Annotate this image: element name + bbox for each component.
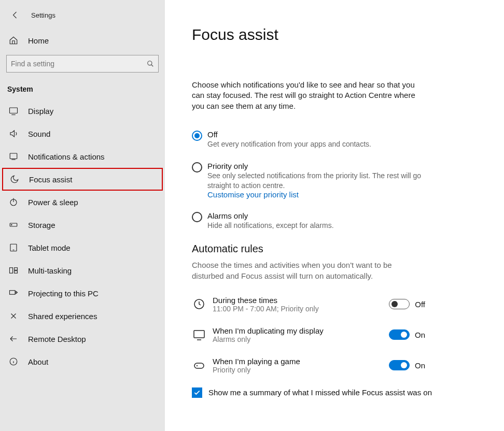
sidebar-item-storage[interactable]: Storage	[0, 213, 165, 236]
rule-subtitle: Alarms only	[213, 335, 389, 343]
svg-rect-10	[10, 291, 16, 295]
multitasking-icon	[8, 265, 19, 276]
sidebar-item-label: Power & sleep	[28, 198, 78, 207]
sidebar-item-projecting[interactable]: Projecting to this PC	[0, 282, 165, 305]
rule-toggle[interactable]	[389, 299, 410, 309]
sidebar-item-focus-assist[interactable]: Focus assist	[2, 168, 163, 191]
rule-playing-game[interactable]: When I'm playing a game Priority only On	[192, 357, 425, 374]
projecting-icon	[8, 288, 19, 298]
sidebar-item-label: Storage	[28, 221, 55, 229]
sound-icon	[8, 128, 19, 139]
sidebar-item-label: Multi-tasking	[28, 266, 72, 275]
search-icon	[147, 60, 154, 67]
sidebar-item-shared[interactable]: Shared experiences	[0, 305, 165, 327]
sidebar-item-label: Projecting to this PC	[28, 289, 99, 298]
search-input[interactable]	[11, 60, 154, 68]
sidebar-item-label: Display	[28, 107, 53, 116]
sidebar-item-label: About	[28, 357, 48, 366]
sidebar-item-remote[interactable]: Remote Desktop	[0, 327, 165, 350]
sidebar: Settings Home System Display Sound Notif…	[0, 0, 165, 431]
sidebar-item-sound[interactable]: Sound	[0, 122, 165, 145]
remote-icon	[8, 334, 19, 344]
moon-icon	[9, 174, 20, 184]
svg-rect-9	[15, 271, 18, 274]
notifications-icon	[8, 151, 19, 162]
sidebar-item-label: Tablet mode	[28, 243, 71, 252]
sidebar-item-tablet[interactable]: Tablet mode	[0, 236, 165, 259]
home-label: Home	[28, 36, 49, 45]
radio-alarms[interactable]	[192, 212, 202, 222]
option-desc: Get every notification from your apps an…	[207, 139, 371, 149]
sidebar-item-multitasking[interactable]: Multi-tasking	[0, 259, 165, 282]
display-icon	[8, 106, 19, 116]
focus-option-off[interactable]: Off Get every notification from your app…	[192, 130, 425, 149]
svg-rect-1	[10, 108, 18, 113]
sidebar-item-notifications[interactable]: Notifications & actions	[0, 145, 165, 168]
toggle-state: Off	[415, 300, 425, 309]
back-button[interactable]	[9, 9, 22, 21]
svg-rect-7	[10, 268, 13, 274]
window-title: Settings	[31, 11, 55, 19]
info-icon	[8, 356, 19, 367]
svg-rect-14	[194, 363, 204, 368]
option-desc: See only selected notifications from the…	[207, 171, 425, 191]
svg-point-5	[11, 224, 12, 225]
power-icon	[8, 197, 19, 207]
option-title: Off	[207, 130, 371, 139]
rule-during-times[interactable]: During these times 11:00 PM - 7:00 AM; P…	[192, 296, 425, 313]
focus-option-priority[interactable]: Priority only See only selected notifica…	[192, 162, 425, 199]
clock-icon	[192, 297, 206, 311]
home-icon	[8, 35, 19, 46]
option-title: Alarms only	[207, 211, 334, 220]
customise-priority-link[interactable]: Customise your priority list	[207, 190, 425, 199]
sidebar-home[interactable]: Home	[0, 28, 165, 52]
sidebar-item-about[interactable]: About	[0, 350, 165, 373]
rule-title: When I'm duplicating my display	[213, 326, 389, 335]
rule-subtitle: 11:00 PM - 7:00 AM; Priority only	[213, 305, 389, 313]
sidebar-item-display[interactable]: Display	[0, 99, 165, 122]
rule-toggle[interactable]	[389, 360, 410, 370]
search-input-wrap[interactable]	[6, 55, 159, 73]
storage-icon	[8, 220, 19, 230]
radio-off[interactable]	[192, 131, 202, 141]
summary-checkbox-row[interactable]: Show me a summary of what I missed while…	[192, 387, 494, 398]
rule-title: When I'm playing a game	[213, 357, 389, 366]
rule-toggle[interactable]	[389, 329, 410, 340]
auto-rules-heading: Automatic rules	[192, 243, 494, 255]
summary-checkbox[interactable]	[192, 387, 202, 398]
window-topbar: Settings	[0, 5, 165, 25]
rule-title: During these times	[213, 296, 389, 305]
gamepad-icon	[192, 358, 206, 372]
option-desc: Hide all notifications, except for alarm…	[207, 221, 334, 231]
monitor-icon	[192, 327, 206, 342]
svg-rect-2	[10, 153, 17, 159]
svg-rect-13	[194, 331, 204, 338]
intro-text: Choose which notifications you'd like to…	[192, 80, 420, 111]
toggle-state: On	[415, 361, 425, 370]
sidebar-item-label: Sound	[28, 130, 50, 138]
main-content: Focus assist Choose which notifications …	[165, 0, 504, 431]
tablet-icon	[8, 242, 19, 253]
option-title: Priority only	[207, 162, 425, 170]
summary-check-label: Show me a summary of what I missed while…	[208, 388, 432, 397]
svg-rect-8	[15, 268, 18, 270]
sidebar-item-power[interactable]: Power & sleep	[0, 191, 165, 213]
sidebar-section-label: System	[0, 82, 165, 99]
rule-duplicating-display[interactable]: When I'm duplicating my display Alarms o…	[192, 326, 425, 343]
rule-subtitle: Priority only	[213, 366, 389, 374]
focus-option-alarms[interactable]: Alarms only Hide all notifications, exce…	[192, 211, 425, 231]
radio-priority[interactable]	[192, 162, 202, 173]
page-title: Focus assist	[192, 26, 494, 44]
shared-icon	[8, 311, 19, 321]
sidebar-item-label: Remote Desktop	[28, 335, 86, 343]
search-container	[0, 52, 165, 82]
sidebar-item-label: Focus assist	[29, 175, 72, 184]
sidebar-item-label: Notifications & actions	[28, 152, 105, 161]
svg-point-0	[148, 61, 152, 65]
toggle-state: On	[415, 331, 425, 339]
sidebar-item-label: Shared experiences	[28, 312, 97, 321]
auto-rules-desc: Choose the times and activities when you…	[192, 260, 420, 281]
